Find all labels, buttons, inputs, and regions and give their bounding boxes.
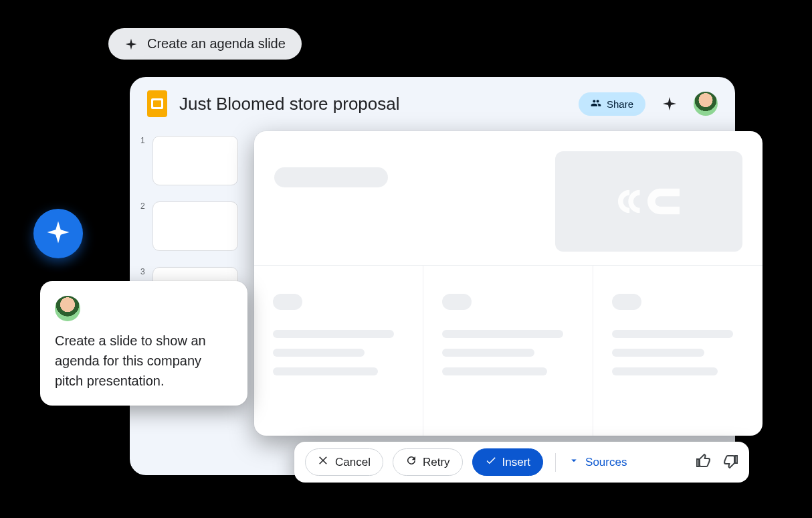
refresh-icon	[405, 454, 417, 470]
heading-placeholder	[442, 294, 472, 310]
cancel-button-label: Cancel	[335, 456, 371, 469]
generation-action-bar: Cancel Retry Insert Sources	[294, 442, 749, 483]
sparkle-icon	[124, 37, 138, 51]
insert-button-label: Insert	[502, 456, 531, 469]
logo-placeholder-icon	[617, 181, 681, 222]
suggestion-chip-label: Create an agenda slide	[147, 36, 286, 52]
slide-thumbnail[interactable]	[153, 136, 238, 185]
text-line-placeholder	[612, 330, 734, 338]
suggestion-chip[interactable]: Create an agenda slide	[108, 28, 302, 60]
sparkle-icon	[46, 220, 70, 247]
thumbs-down-button[interactable]	[722, 453, 738, 471]
retry-button-label: Retry	[423, 456, 450, 469]
thumbnail-index: 2	[140, 201, 147, 211]
text-line-placeholder	[612, 367, 718, 375]
sources-button[interactable]: Sources	[568, 454, 627, 470]
agenda-column	[254, 266, 423, 436]
heading-placeholder	[612, 294, 641, 310]
user-prompt-card: Create a slide to show an agenda for thi…	[40, 281, 247, 406]
text-line-placeholder	[612, 349, 704, 357]
cancel-button[interactable]: Cancel	[305, 448, 383, 476]
image-placeholder	[555, 151, 742, 252]
thumbnail-row[interactable]: 2	[140, 201, 254, 251]
slides-logo-icon	[147, 90, 167, 117]
thumbnail-index: 3	[140, 267, 147, 276]
insert-button[interactable]: Insert	[472, 448, 544, 476]
separator	[555, 453, 556, 472]
heading-placeholder	[273, 294, 302, 310]
thumbs-down-icon	[722, 461, 738, 471]
text-line-placeholder	[273, 367, 378, 375]
prompt-text: Create a slide to show an agenda for thi…	[55, 331, 233, 391]
text-line-placeholder	[442, 330, 563, 338]
title-placeholder	[274, 167, 388, 187]
close-icon	[318, 454, 330, 470]
people-icon	[591, 98, 601, 110]
thumbs-up-button[interactable]	[696, 453, 712, 471]
retry-button[interactable]: Retry	[393, 448, 463, 476]
gemini-badge[interactable]	[33, 209, 83, 258]
user-avatar-small	[55, 296, 80, 321]
thumbnail-index: 1	[140, 136, 147, 145]
slide-thumbnail[interactable]	[153, 201, 238, 251]
agenda-column	[423, 266, 593, 436]
chevron-down-icon	[568, 454, 580, 470]
check-icon	[485, 454, 497, 470]
text-line-placeholder	[273, 330, 394, 338]
thumbs-up-icon	[696, 461, 712, 471]
agenda-column	[593, 266, 763, 436]
share-button-label: Share	[607, 98, 633, 110]
sources-button-label: Sources	[585, 456, 627, 469]
text-line-placeholder	[273, 349, 365, 357]
document-title[interactable]: Just Bloomed store proposal	[179, 94, 400, 114]
window-header: Just Bloomed store proposal Share	[130, 77, 735, 124]
share-button[interactable]: Share	[579, 92, 645, 116]
gemini-sparkle-icon[interactable]	[662, 96, 678, 112]
text-line-placeholder	[442, 367, 547, 375]
text-line-placeholder	[442, 349, 534, 357]
thumbnail-row[interactable]: 1	[140, 136, 254, 185]
user-avatar[interactable]	[694, 92, 718, 116]
generated-slide-preview	[254, 131, 763, 436]
